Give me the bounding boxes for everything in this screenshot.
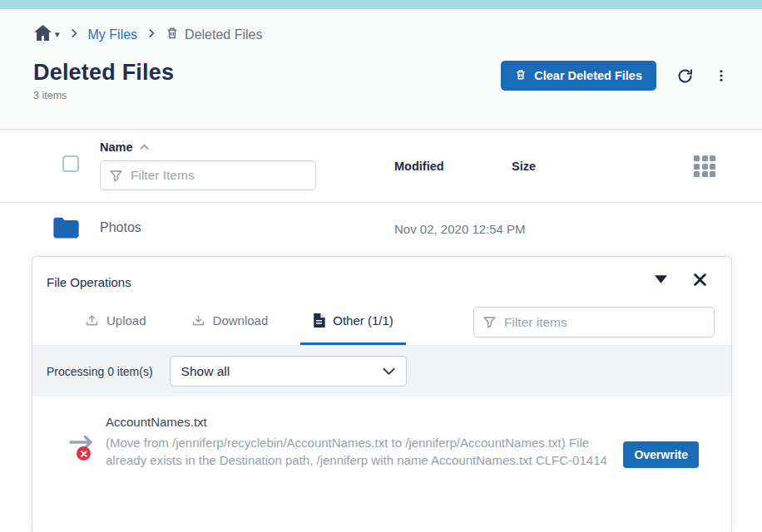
download-icon (191, 313, 205, 328)
tab-other-label: Other (1/1) (333, 313, 393, 328)
name-column-header[interactable]: Name (100, 140, 149, 154)
file-operations-title: File Operations (47, 275, 131, 289)
chevron-right-icon (68, 27, 80, 42)
close-panel-button[interactable] (690, 270, 710, 289)
tab-download-label: Download (213, 313, 269, 328)
document-icon (313, 313, 325, 328)
triangle-down-icon (655, 275, 667, 283)
file-operations-panel: File Operations Upload Download Other (1… (32, 256, 732, 532)
size-column-header[interactable]: Size (512, 160, 536, 173)
file-filter-input[interactable] (131, 168, 307, 183)
sort-ascending-icon (140, 144, 149, 150)
operations-filter-field (473, 307, 715, 337)
breadcrumb-current-label: Deleted Files (185, 27, 262, 42)
operation-item: AccountNames.txt (Move from /jenniferp/r… (32, 397, 731, 469)
file-operations-tabs: Upload Download Other (1/1) (32, 298, 731, 346)
top-accent-bar (0, 0, 762, 9)
processing-bar: Processing 0 item(s) Show all (32, 346, 731, 397)
filter-funnel-icon (109, 169, 123, 183)
breadcrumb-current: Deleted Files (166, 26, 262, 43)
operation-action: Overwrite (623, 441, 699, 468)
chevron-right-icon (146, 27, 157, 42)
show-filter-select[interactable]: Show all (170, 356, 407, 387)
operation-description: (Move from /jenniferp/recyclebin/Account… (106, 435, 623, 469)
close-icon (694, 273, 706, 286)
home-icon (33, 24, 52, 45)
select-all-checkbox[interactable] (62, 155, 79, 172)
trash-icon (166, 26, 179, 43)
breadcrumb-my-files[interactable]: My Files (88, 27, 138, 42)
name-column-label: Name (100, 140, 133, 154)
tab-upload-label: Upload (106, 313, 146, 328)
error-badge-icon (77, 446, 91, 461)
kebab-menu-icon (714, 67, 729, 84)
header-actions: Clear Deleted Files (501, 61, 732, 91)
table-row[interactable]: Photos Nov 02, 2020 12:54 PM (0, 203, 762, 256)
tab-upload[interactable]: Upload (72, 298, 159, 345)
operation-details: AccountNames.txt (Move from /jenniferp/r… (106, 415, 623, 469)
page-title: Deleted Files (33, 60, 174, 86)
chevron-down-icon (383, 367, 395, 376)
more-options-button[interactable] (710, 64, 732, 87)
refresh-button[interactable] (673, 64, 697, 88)
trash-icon (515, 68, 527, 83)
clear-deleted-files-label: Clear Deleted Files (534, 69, 642, 82)
breadcrumb: ▾ My Files Deleted Files (33, 24, 262, 45)
chevron-down-icon: ▾ (55, 29, 60, 40)
tab-download[interactable]: Download (179, 298, 281, 345)
filter-funnel-icon (482, 315, 497, 329)
folder-icon (52, 216, 80, 243)
file-filter-field (100, 160, 316, 190)
file-row-modified: Nov 02, 2020 12:54 PM (394, 222, 526, 236)
file-row-name: Photos (100, 220, 141, 235)
modified-column-header[interactable]: Modified (394, 160, 444, 173)
clear-deleted-files-button[interactable]: Clear Deleted Files (501, 61, 656, 91)
refresh-icon (676, 67, 694, 85)
file-operations-header: File Operations (32, 257, 731, 298)
processing-label: Processing 0 item(s) (47, 365, 153, 378)
file-table-header: Name Modified Size (0, 130, 762, 203)
items-count: 3 items (33, 90, 67, 101)
collapse-panel-button[interactable] (651, 272, 670, 287)
overwrite-button[interactable]: Overwrite (623, 441, 699, 468)
operations-filter-input[interactable] (504, 315, 705, 330)
tab-other[interactable]: Other (1/1) (300, 298, 406, 345)
breadcrumb-home[interactable]: ▾ (33, 24, 60, 45)
show-filter-value: Show all (181, 364, 230, 379)
move-operation-icon (69, 435, 96, 463)
operation-file-name: AccountNames.txt (106, 415, 623, 429)
upload-icon (85, 313, 99, 328)
grid-view-icon[interactable] (694, 155, 715, 177)
